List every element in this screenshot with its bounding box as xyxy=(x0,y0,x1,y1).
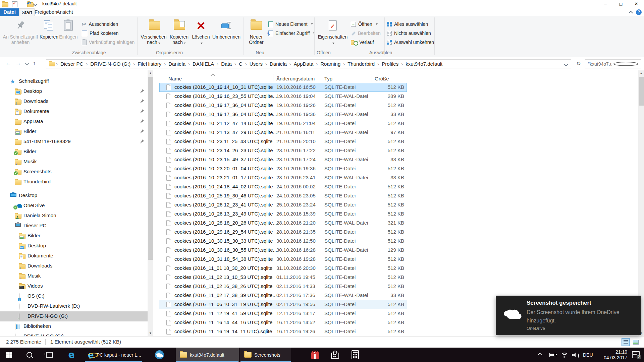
breadcrumb-separator-icon[interactable]: › xyxy=(86,61,88,67)
start-button[interactable] xyxy=(0,348,18,362)
sidebar-item-downloads[interactable]: ↓Downloads xyxy=(0,261,148,271)
file-row[interactable]: cookies (2016_10_19 17_36_04 UTC).sqlite… xyxy=(159,101,407,110)
breadcrumb-separator-icon[interactable]: › xyxy=(401,61,403,67)
sidebar-item-os-c[interactable]: OS (C:) xyxy=(0,291,148,301)
sidebar-item-drive-n-go-g[interactable]: DRIVE-N-GO (G:) xyxy=(0,331,148,336)
file-row[interactable]: cookies (2016_10_31 18_54_38 UTC).sqlite… xyxy=(159,255,407,264)
column-separator[interactable] xyxy=(406,74,406,82)
cut-button[interactable]: ✂ Ausschneiden xyxy=(82,20,118,28)
sidebar-item-bilder[interactable]: Bilder xyxy=(0,127,148,137)
copy-button[interactable]: Kopieren xyxy=(40,17,58,49)
edit-button[interactable]: Bearbeiten xyxy=(351,29,381,37)
properties-button[interactable]: ✓ Eigenschaften xyxy=(317,17,348,49)
tab-start[interactable]: Start xyxy=(19,8,35,16)
column-separator[interactable] xyxy=(372,74,372,82)
breadcrumb-segment-profiles[interactable]: Profiles xyxy=(379,61,401,67)
file-row[interactable]: cookies (2016_10_21 12_47_14 UTC).sqlite… xyxy=(159,119,407,128)
file-row[interactable]: cookies (2016_11_16 19_14_11 UTC).sqlite… xyxy=(159,327,407,336)
column-separator[interactable] xyxy=(322,74,322,82)
file-row[interactable]: cookies (2016_10_30 15_30_33 UTC).sqlite… xyxy=(159,237,407,246)
search-input[interactable]: "kxut94o7.default" durchsuchen xyxy=(585,59,641,68)
breadcrumb-segment-c[interactable]: C xyxy=(236,61,245,67)
sidebar-item-desktop[interactable]: Desktop xyxy=(0,191,148,201)
sidebar-item-screenshots[interactable]: ✓Screenshots xyxy=(0,167,148,177)
breadcrumb-separator-icon[interactable]: › xyxy=(343,61,345,67)
details-view-button[interactable] xyxy=(622,338,630,346)
file-list-scrollbar-thumb[interactable] xyxy=(639,77,644,106)
breadcrumb-segment-roaming[interactable]: Roaming xyxy=(318,61,343,67)
sidebar-item-dieser-pc[interactable]: Dieser PC xyxy=(0,221,148,231)
file-row[interactable]: cookies (2016_10_19 14_10_31 UTC).sqlite… xyxy=(159,83,407,92)
open-button[interactable]: Öffnen xyxy=(351,20,378,28)
file-row[interactable]: cookies (2016_11_02 16_38_26 UTC).sqlite… xyxy=(159,282,407,291)
file-row[interactable]: cookies (2016_10_28 18_20_26 UTC).sqlite… xyxy=(159,219,407,228)
volume-status[interactable] xyxy=(572,348,577,362)
sidebar-item-downloads[interactable]: ↓Downloads xyxy=(0,97,148,107)
sidebar-item-musik[interactable]: ♪Musik xyxy=(0,157,148,167)
battery-status[interactable] xyxy=(549,348,556,362)
collapse-ribbon-icon[interactable] xyxy=(629,11,633,15)
move-to-button[interactable]: ← Verschiebennach xyxy=(140,17,167,49)
scroll-down-icon[interactable]: ▼ xyxy=(148,330,153,336)
edge-taskbar-button[interactable]: e xyxy=(62,348,80,362)
file-row[interactable]: cookies (2016_10_29 16_29_54 UTC).sqlite… xyxy=(159,228,407,237)
file-row[interactable]: cookies (2016_10_25 19_30_46 UTC).sqlite… xyxy=(159,191,407,200)
sidebar-item-bibliotheken[interactable]: Bibliotheken xyxy=(0,321,148,331)
breadcrumb-separator-icon[interactable]: › xyxy=(265,61,267,67)
breadcrumb-separator-icon[interactable]: › xyxy=(289,61,291,67)
back-icon[interactable]: ← xyxy=(5,60,11,67)
copy-to-button[interactable]: Kopierennach xyxy=(167,17,191,49)
file-row[interactable]: cookies (2016_11_16 14_44_16 UTC).sqlite… xyxy=(159,318,407,327)
file-row[interactable]: cookies (2016_11_01 18_30_20 UTC).sqlite… xyxy=(159,264,407,273)
copy-path-button[interactable]: Pfad kopieren xyxy=(82,29,118,37)
maximize-button[interactable]: ◻ xyxy=(613,0,629,8)
calculator-button[interactable] xyxy=(346,348,364,362)
file-row[interactable]: cookies (2016_11_12 19_41_59 UTC).sqlite… xyxy=(159,309,407,318)
breadcrumb-box[interactable]: ›Dieser PC›DRIVE-N-GO (G:)›FileHistory›D… xyxy=(46,59,571,68)
sidebar-item-desktop[interactable]: Desktop xyxy=(0,86,148,97)
breadcrumb-separator-icon[interactable]: › xyxy=(188,61,190,67)
sidebar-item-onedrive[interactable]: ✓OneDrive xyxy=(0,201,148,211)
delete-button[interactable]: × Löschen xyxy=(192,17,210,49)
explorer-window-button[interactable]: kxut94o7.default xyxy=(176,348,239,362)
language-indicator[interactable]: DEU xyxy=(583,348,593,362)
file-row[interactable]: cookies (2016_10_23 15_49_37 UTC).sqlite… xyxy=(159,155,407,164)
tray-expand-button[interactable] xyxy=(538,348,541,362)
sidebar-item-musik[interactable]: ♪Musik xyxy=(0,271,148,281)
invert-selection-button[interactable]: Auswahl umkehren xyxy=(387,38,434,46)
file-row[interactable]: cookies (2016_10_21 13_47_29 UTC).sqlite… xyxy=(159,128,407,137)
sidebar-item-appdata[interactable]: AppData xyxy=(0,117,148,127)
file-row[interactable]: cookies (2016_10_30 16_30_55 UTC).sqlite… xyxy=(159,246,407,255)
minimize-button[interactable]: – xyxy=(598,0,613,8)
sidebar-item-bilder[interactable]: Bilder xyxy=(0,231,148,241)
sidebar-item-dokumente[interactable]: Dokumente xyxy=(0,251,148,261)
sidebar-item-dvd-rw-laufwerk-d[interactable]: DVD-RW-Laufwerk (D:) xyxy=(0,301,148,311)
file-row[interactable]: cookies (2016_10_26 13_23_49 UTC).sqlite… xyxy=(159,209,407,219)
file-row[interactable]: cookies (2016_11_02 17_38_39 UTC).sqlite… xyxy=(159,291,407,300)
sidebar-item-thunderbird[interactable]: Thunderbird xyxy=(0,177,148,187)
sidebar-item-daniela-simon[interactable]: Daniela Simon xyxy=(0,211,148,221)
paste-button[interactable]: Einfügen xyxy=(59,17,78,49)
select-all-button[interactable]: Alles auswählen xyxy=(387,20,428,28)
clock[interactable]: 21:10 04.03.2017 xyxy=(595,348,627,362)
column-header-name[interactable]: Name xyxy=(168,76,182,81)
sidebar-item-schnellzugriff[interactable]: ★Schnellzugriff xyxy=(0,76,148,86)
address-dropdown-caret-icon[interactable] xyxy=(564,62,568,66)
breadcrumb-segment-data[interactable]: Data xyxy=(219,61,234,67)
tab-ansicht[interactable]: Ansicht xyxy=(55,8,74,16)
properties-quick-icon[interactable]: ✓ xyxy=(12,1,17,7)
file-row[interactable]: cookies (2016_10_23 11_25_43 UTC).sqlite… xyxy=(159,137,407,146)
breadcrumb-segment-users[interactable]: Users xyxy=(247,61,265,67)
sidebar-item-dokumente[interactable]: Dokumente xyxy=(0,107,148,117)
gift-app-button[interactable] xyxy=(306,348,324,362)
breadcrumb-separator-icon[interactable]: › xyxy=(164,61,166,67)
file-row[interactable]: cookies (2016_10_19 17_36_04 UTC).sqlite… xyxy=(159,110,407,119)
breadcrumb-segment-daniela[interactable]: Daniela xyxy=(267,61,289,67)
action-center-button[interactable]: 2 xyxy=(632,348,640,362)
tab-freigeben[interactable]: Freigeben xyxy=(35,8,55,16)
quick-access-toolbar-caret-icon[interactable] xyxy=(33,2,38,6)
sidebar-item-videos[interactable]: Videos xyxy=(0,281,148,291)
sidebar-item-desktop[interactable]: Desktop xyxy=(0,241,148,251)
recent-locations-caret-icon[interactable] xyxy=(25,61,29,65)
easy-access-button[interactable]: ↖ Einfacher Zugriff xyxy=(268,29,315,37)
